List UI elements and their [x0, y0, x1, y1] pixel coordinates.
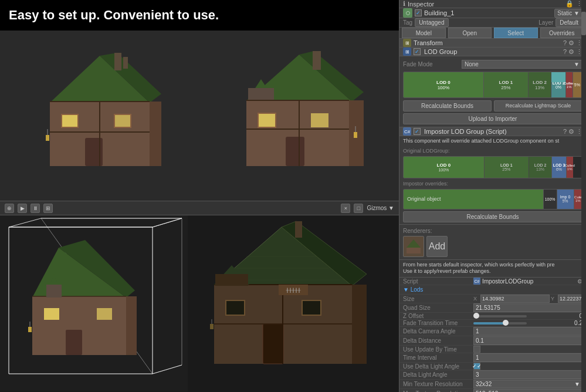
use-update-checkbox[interactable]	[473, 346, 480, 353]
delta-light-input[interactable]	[473, 370, 582, 379]
transform-help-icon[interactable]: ?	[563, 39, 567, 47]
transform-settings-icon[interactable]: ⚙	[568, 39, 574, 47]
original-lod-bars[interactable]: LOD 0 100% LOD 1 25% LOD 2 13% LOD 3 6% …	[403, 156, 582, 178]
default-info-text: From here starts default inspector, whic…	[403, 262, 582, 269]
lod-group-title: LOD Group	[424, 48, 561, 55]
quad-size-input[interactable]	[473, 303, 582, 312]
toolbar-btn-1[interactable]: ⊕	[5, 204, 14, 213]
quad-size-label: Quad Size	[403, 305, 473, 311]
close-btn[interactable]: ×	[341, 204, 350, 213]
toolbar-btn-5[interactable]: □	[354, 204, 363, 213]
tag-layer-row: Tag Untagged Layer Default	[399, 18, 586, 28]
scrollbar[interactable]	[581, 0, 586, 392]
use-delta-light-label: Use Delta Light Angle	[403, 363, 473, 370]
impostor-section: This component will override attached LO…	[399, 136, 586, 225]
upload-importer-btn[interactable]: Upload to Importer	[403, 113, 582, 124]
static-badge[interactable]: Static ▼	[554, 9, 582, 18]
orig-bar[interactable]: Original object	[404, 190, 543, 209]
recalc-bounds-2-btn[interactable]: Recalculate Bounds	[403, 211, 582, 222]
recalc-lightmap-btn[interactable]: Recalculate Lightmap Scale	[494, 100, 582, 111]
lod-bars[interactable]: LOD 0 100% LOD 1 25% LOD 2 13% LOD 3 0% …	[403, 72, 582, 98]
time-interval-input[interactable]	[473, 353, 582, 362]
z-offset-track[interactable]	[473, 315, 527, 317]
lod-bar-culled[interactable]: Culled 1%	[566, 72, 573, 97]
object-name[interactable]: Building_1	[424, 9, 552, 16]
scene-svg-right: ╫╫╫╫╫	[188, 215, 390, 391]
fade-transition-value: 0.2	[529, 320, 582, 326]
min-texture-dropdown[interactable]: 32x32 ▼	[473, 380, 582, 388]
delta-distance-input[interactable]	[473, 336, 582, 345]
active-checkbox[interactable]: ✓	[415, 9, 422, 16]
script-ref-icon: C#	[473, 278, 480, 285]
toolbar-btn-2[interactable]: ▶	[18, 204, 27, 213]
script-value[interactable]: ImpostorLODGroup	[482, 278, 577, 285]
lod-bar-5[interactable]: 5%	[573, 72, 582, 97]
lod-bar-3[interactable]: LOD 3 0%	[551, 72, 565, 97]
impostor-checkbox[interactable]: ✓	[414, 128, 421, 135]
lock-icon[interactable]: 🔒	[565, 0, 574, 8]
building-view-2	[214, 38, 384, 194]
size-x-input[interactable]	[480, 295, 550, 303]
delta-camera-input[interactable]	[473, 327, 582, 336]
orig-lod-3[interactable]: LOD 3 6%	[551, 157, 565, 178]
svg-rect-62	[302, 300, 321, 315]
override-bars[interactable]: Original object 100% Imp 0 5% Cule 1%	[403, 189, 582, 209]
tag-value[interactable]: Untagged	[415, 18, 448, 27]
impostor-help-icon[interactable]: ?	[563, 128, 567, 136]
min-texture-value: 32x32	[476, 381, 492, 387]
z-offset-slider: 0	[473, 313, 582, 319]
tag-label: Tag	[403, 19, 412, 26]
impostor-settings-icon[interactable]: ⚙	[568, 128, 574, 136]
transform-header[interactable]: ⊞ Transform ? ⚙ ⋮	[399, 39, 586, 48]
model-btn[interactable]: Model	[402, 28, 446, 38]
recalc-bounds-btn[interactable]: Recalculate Bounds	[403, 100, 492, 111]
impostor-bar[interactable]: Imp 0 5%	[557, 190, 574, 209]
use-update-row: Use Update By Time	[399, 346, 586, 353]
z-offset-label: Z Offset	[403, 313, 473, 319]
toolbar-btn-4[interactable]: ⊞	[43, 204, 53, 213]
add-renderer-btn[interactable]: Add	[426, 236, 448, 257]
fade-mode-dropdown[interactable]: None ▼	[462, 60, 582, 69]
orig-lod-culled[interactable]: Culled 1%	[566, 157, 573, 178]
layer-label: Layer	[538, 19, 553, 26]
lod-bar-1[interactable]: LOD 1 25%	[484, 72, 529, 97]
orig-lod-0[interactable]: LOD 0 100%	[404, 157, 484, 178]
z-offset-thumb[interactable]	[473, 313, 479, 319]
lod-checkbox[interactable]: ✓	[414, 48, 421, 55]
script-icon: C#	[403, 127, 411, 136]
toolbar-btn-3[interactable]: ⏸	[31, 204, 40, 213]
scrollbar-thumb[interactable]	[581, 12, 586, 35]
lod-settings-icon[interactable]: ⚙	[568, 48, 574, 56]
lod-bar-2[interactable]: LOD 2 13%	[529, 72, 552, 97]
layer-value[interactable]: Default	[555, 18, 582, 27]
select-btn[interactable]: Select	[494, 28, 538, 38]
bottom-viewport: ╫╫╫╫╫	[0, 215, 399, 391]
inspector-title: Inspector	[408, 1, 563, 8]
building-svg-1	[15, 38, 185, 194]
max-texture-dropdown[interactable]: 512x512 ▼	[473, 389, 582, 392]
lod-bar-0[interactable]: LOD 0 100%	[404, 72, 484, 97]
z-offset-value: 0	[529, 313, 582, 319]
overrides-btn[interactable]: Overrides	[540, 28, 584, 38]
fade-transition-thumb[interactable]	[503, 320, 509, 326]
renderer-thumb[interactable]	[403, 236, 424, 257]
svg-rect-48	[28, 327, 32, 332]
orig-lod-1[interactable]: LOD 1 25%	[484, 157, 529, 178]
lod-group-header[interactable]: ⊞ ✓ LOD Group ? ⚙ ⋮	[399, 48, 586, 56]
scene-view-right: ╫╫╫╫╫	[188, 215, 390, 391]
open-btn[interactable]: Open	[448, 28, 492, 38]
use-delta-light-checkbox[interactable]: ✓	[473, 363, 480, 370]
lod-help-icon[interactable]: ?	[563, 48, 567, 56]
orig-lod-2[interactable]: LOD 2 13%	[529, 157, 552, 178]
svg-rect-69	[210, 324, 214, 329]
fade-transition-track[interactable]	[473, 322, 527, 325]
svg-rect-32	[354, 132, 357, 138]
impostor-header[interactable]: C# ✓ Impostor LOD Group (Script) ? ⚙ ⋮	[399, 127, 586, 136]
time-interval-row: Time Interval	[399, 353, 586, 363]
culled-bar[interactable]: Cule 1%	[574, 190, 582, 209]
inspector-header: ℹ Inspector 🔒 ⋮	[399, 0, 586, 8]
svg-rect-61	[226, 300, 245, 315]
fade-mode-value: None	[465, 61, 479, 67]
top-banner: Easy to set up. Convenient to use.	[0, 0, 399, 31]
lods-header[interactable]: ▼ Lods	[399, 285, 586, 295]
